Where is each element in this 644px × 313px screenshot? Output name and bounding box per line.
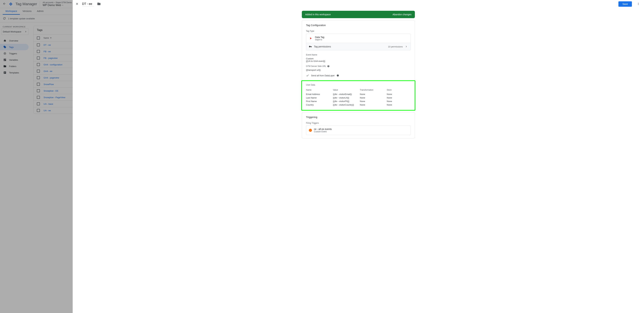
- ud-col-store: Store: [387, 89, 411, 91]
- triggering-section[interactable]: Triggering Firing Triggers ce - all ee e…: [302, 112, 415, 138]
- custom-event-icon: [309, 129, 312, 132]
- tag-permissions-label: Tag permissions: [314, 45, 331, 48]
- gtm-url-label: GTM Server Side URL: [306, 65, 326, 67]
- tag-vendor: stape-io: [315, 38, 324, 41]
- more-vert-icon: [636, 2, 640, 5]
- ud-store: None: [387, 104, 411, 106]
- event-name-label: Event Name: [306, 54, 411, 56]
- ud-transform: None: [360, 93, 387, 95]
- ud-value: {{dlv - visitorCountry}}: [333, 104, 360, 106]
- user-data-row: Country {{dlv - visitorCountry}} None No…: [306, 103, 411, 107]
- trigger-name: ce - all ee events: [314, 128, 332, 130]
- ud-store: None: [387, 100, 411, 102]
- permissions-count: 10 permissions: [388, 45, 403, 48]
- banner-text: Added in this workspace: [305, 13, 331, 16]
- user-data-section: User Data Name Value Transformation Stor…: [301, 80, 415, 111]
- abandon-changes-link[interactable]: Abandon changes: [392, 13, 412, 16]
- ud-transform: None: [360, 104, 387, 106]
- save-button[interactable]: Save: [618, 1, 632, 7]
- ud-col-transform: Transformation: [360, 89, 387, 91]
- chevron-right-icon: [405, 45, 408, 48]
- check-icon: [306, 74, 309, 77]
- close-icon: [75, 2, 79, 5]
- folder-button[interactable]: [97, 2, 100, 6]
- event-name-value2: {{UA to GA4 event}}: [306, 60, 411, 62]
- tag-type-row[interactable]: Data Tag stape-io: [306, 34, 410, 43]
- help-icon[interactable]: [337, 74, 339, 77]
- user-data-title: User Data: [306, 84, 411, 86]
- send-all-label: Send all from DataLayer: [311, 74, 334, 77]
- tag-name: Data Tag: [315, 36, 324, 38]
- user-data-row: First Name {{dlv - visitorFN}} None None: [306, 99, 411, 103]
- panel-body: Added in this workspace Abandon changes …: [73, 8, 644, 313]
- panel-header: Save: [73, 0, 644, 8]
- ud-value: {{dlv - visitorLN}}: [333, 96, 360, 99]
- user-data-row: Last Name {{dlv - visitorLN}} None None: [306, 96, 411, 99]
- ud-value: {{dlv - visitorEmail}}: [333, 93, 360, 95]
- folder-icon: [97, 2, 100, 5]
- firing-label: Firing Triggers: [306, 122, 411, 124]
- tag-config-card[interactable]: Tag Configuration Tag Type Data Tag stap…: [302, 20, 415, 110]
- key-icon: [309, 45, 312, 48]
- trigger-type: Custom Event: [314, 130, 332, 133]
- ud-col-value: Value: [333, 89, 360, 91]
- more-menu-button[interactable]: [635, 1, 641, 7]
- ud-value: {{dlv - visitorFN}}: [333, 100, 360, 102]
- stape-icon: [309, 36, 313, 40]
- tag-type-label: Tag Type: [306, 30, 411, 32]
- help-icon[interactable]: [327, 65, 330, 67]
- ud-transform: None: [360, 96, 387, 99]
- ud-name: Email Address: [306, 93, 333, 95]
- tag-title-input[interactable]: [82, 1, 94, 6]
- tag-permissions-row[interactable]: Tag permissions 10 permissions: [306, 43, 410, 50]
- ud-transform: None: [360, 100, 387, 102]
- tag-editor-panel: Save Added in this workspace Abandon cha…: [73, 0, 644, 313]
- trigger-box[interactable]: ce - all ee events Custom Event: [306, 126, 411, 135]
- user-data-row: Email Address {{dlv - visitorEmail}} Non…: [306, 92, 411, 96]
- ud-store: None: [387, 96, 411, 99]
- ud-name: First Name: [306, 100, 333, 102]
- event-name-field: Event Name Custom {{UA to GA4 event}}: [306, 54, 411, 62]
- gtm-url-field: GTM Server Side URL {{transport url}}: [306, 65, 411, 71]
- ud-store: None: [387, 93, 411, 95]
- ud-col-name: Name: [306, 89, 333, 91]
- workspace-banner: Added in this workspace Abandon changes: [302, 11, 415, 18]
- event-name-value1: Custom: [306, 57, 411, 60]
- ud-name: Country: [306, 104, 333, 106]
- tag-type-box: Data Tag stape-io Tag permissions 10 per…: [306, 34, 411, 50]
- tag-config-title: Tag Configuration: [306, 24, 411, 26]
- gtm-url-value: {{transport url}}: [306, 69, 411, 71]
- send-all-row: Send all from DataLayer: [306, 74, 411, 77]
- ud-name: Last Name: [306, 96, 333, 99]
- close-button[interactable]: [75, 2, 79, 6]
- triggering-title: Triggering: [306, 116, 411, 118]
